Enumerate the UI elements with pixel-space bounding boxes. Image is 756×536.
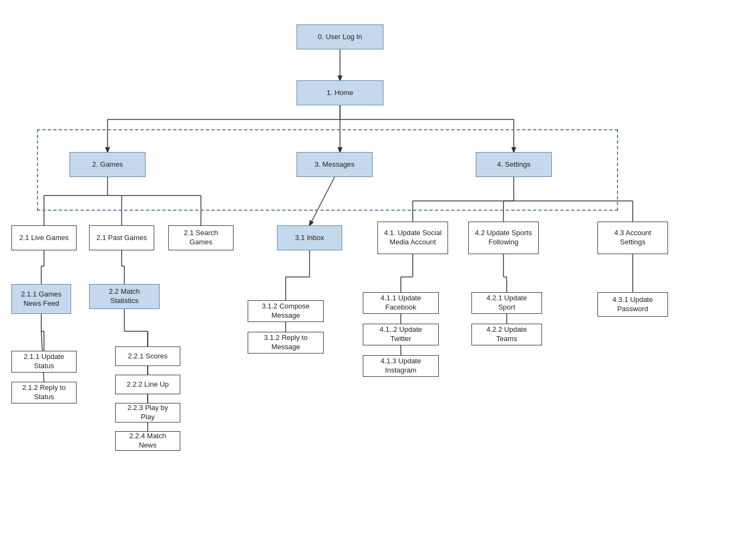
node-match_news: 2.2.4 Match News (115, 431, 180, 451)
node-update_twitter: 4.1..2 Update Twitter (363, 324, 439, 345)
node-compose_message: 3.1.2 Compose Message (248, 300, 324, 322)
node-match_statistics: 2.2 Match Statistics (89, 284, 160, 309)
node-messages: 3. Messages (297, 152, 373, 177)
node-update_sport: 4.2.1 Update Sport (471, 292, 542, 314)
node-home: 1. Home (297, 80, 383, 105)
node-update_password: 4.3.1 Update Password (597, 292, 668, 317)
node-user_login: 0. User Log In (297, 24, 383, 49)
node-update_status: 2.1.1 Update Status (11, 351, 77, 373)
node-live_games: 2.1 Live Games (11, 225, 77, 250)
node-settings: 4. Settings (476, 152, 552, 177)
node-update_teams: 4.2.2 Update Teams (471, 324, 542, 345)
node-reply_status: 2.1.2 Reply to Status (11, 382, 77, 403)
node-games_news_feed: 2.1.1 Games News Feed (11, 284, 71, 314)
node-account_settings: 4.3 Account Settings (597, 222, 668, 254)
node-reply_message: 3.1.2 Reply to Message (248, 332, 324, 354)
node-update_facebook: 4.1.1 Update Facebook (363, 292, 439, 314)
node-past_games: 2.1 Past Games (89, 225, 154, 250)
node-update_instagram: 4.1.3 Update Instagram (363, 355, 439, 377)
node-play_by_play: 2.2.3 Play by Play (115, 403, 180, 423)
diagram: 0. User Log In1. Home2. Games3. Messages… (0, 0, 756, 536)
node-inbox: 3.1 Inbox (277, 225, 342, 250)
node-games: 2. Games (70, 152, 146, 177)
node-scores: 2.2.1 Scores (115, 346, 180, 366)
node-lineup: 2.2.2 Line Up (115, 375, 180, 394)
node-update_social: 4.1. Update Social Media Account (377, 222, 448, 254)
node-update_sports: 4.2 Update Sports Following (468, 222, 539, 254)
node-search_games: 2.1 Search Games (168, 225, 234, 250)
